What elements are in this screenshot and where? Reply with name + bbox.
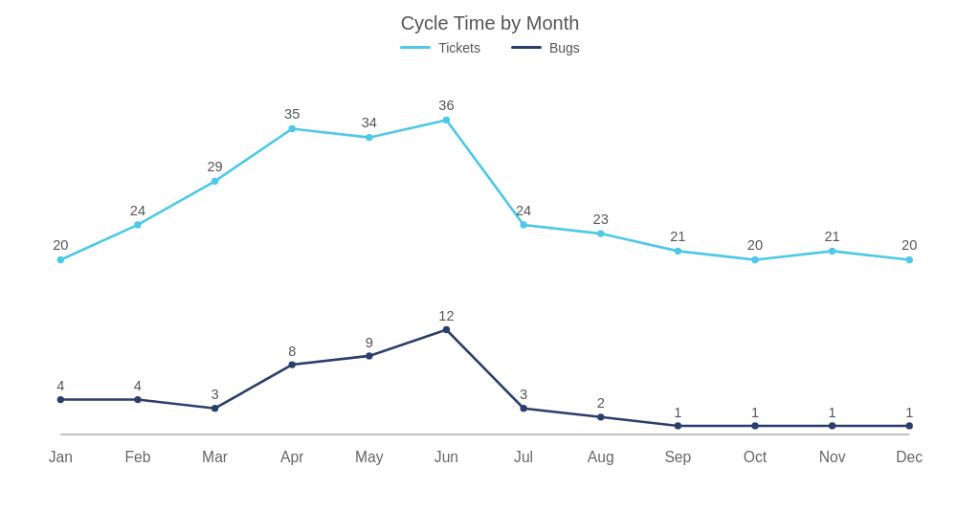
svg-point-39 <box>134 395 141 402</box>
svg-text:12: 12 <box>438 308 454 323</box>
svg-point-13 <box>57 256 64 262</box>
svg-text:36: 36 <box>438 97 454 112</box>
svg-point-15 <box>134 221 141 228</box>
svg-text:Oct: Oct <box>744 449 768 465</box>
legend-tickets-label: Tickets <box>438 40 480 56</box>
svg-text:20: 20 <box>902 237 917 253</box>
svg-text:4: 4 <box>56 378 64 393</box>
svg-point-37 <box>57 395 64 402</box>
svg-point-41 <box>212 405 218 412</box>
svg-point-33 <box>829 247 835 254</box>
svg-point-29 <box>675 247 681 254</box>
svg-point-25 <box>520 221 526 228</box>
chart-container: Cycle Time by Month Tickets Bugs JanFebM… <box>31 12 949 501</box>
svg-text:Jul: Jul <box>514 449 533 465</box>
svg-text:20: 20 <box>747 237 763 253</box>
legend-bugs-label: Bugs <box>549 40 580 56</box>
svg-point-55 <box>751 422 758 429</box>
svg-text:Jun: Jun <box>434 449 458 465</box>
svg-text:Dec: Dec <box>896 449 923 465</box>
svg-text:Sep: Sep <box>664 449 691 465</box>
svg-point-17 <box>212 177 218 184</box>
svg-point-45 <box>366 352 372 359</box>
svg-text:Nov: Nov <box>819 449 846 465</box>
svg-text:Aug: Aug <box>588 449 614 465</box>
svg-text:21: 21 <box>670 228 685 243</box>
svg-text:Apr: Apr <box>280 449 303 465</box>
svg-text:24: 24 <box>130 202 145 217</box>
svg-point-23 <box>443 116 450 122</box>
svg-point-21 <box>366 133 372 140</box>
svg-text:3: 3 <box>520 387 527 402</box>
svg-text:Jan: Jan <box>49 449 73 465</box>
svg-text:29: 29 <box>207 158 222 173</box>
svg-point-35 <box>906 256 913 262</box>
svg-text:1: 1 <box>674 404 681 419</box>
svg-text:Mar: Mar <box>202 449 228 465</box>
svg-text:May: May <box>355 449 384 465</box>
svg-point-27 <box>597 230 604 236</box>
svg-point-59 <box>906 422 913 429</box>
svg-point-19 <box>289 124 296 131</box>
svg-point-31 <box>751 256 758 262</box>
legend-bugs-line <box>511 46 542 49</box>
svg-text:23: 23 <box>593 211 609 226</box>
chart-legend: Tickets Bugs <box>31 40 949 56</box>
svg-point-43 <box>289 361 296 367</box>
svg-point-57 <box>829 422 835 429</box>
svg-text:Feb: Feb <box>124 449 150 465</box>
svg-text:20: 20 <box>53 237 68 253</box>
svg-text:8: 8 <box>288 343 296 358</box>
svg-text:21: 21 <box>825 228 840 243</box>
svg-text:3: 3 <box>212 387 219 402</box>
svg-point-51 <box>597 413 604 420</box>
svg-text:34: 34 <box>362 115 377 130</box>
legend-tickets: Tickets <box>400 40 480 56</box>
svg-point-47 <box>443 325 450 332</box>
svg-text:24: 24 <box>516 202 531 217</box>
svg-text:4: 4 <box>134 378 142 393</box>
legend-tickets-line <box>400 46 431 49</box>
svg-point-49 <box>520 405 526 412</box>
svg-text:35: 35 <box>284 106 300 122</box>
svg-text:9: 9 <box>366 334 373 349</box>
legend-bugs: Bugs <box>511 40 580 56</box>
svg-text:2: 2 <box>597 395 605 411</box>
svg-text:1: 1 <box>905 404 913 419</box>
chart-svg: JanFebMarAprMayJunJulAugSepOctNovDec2024… <box>31 65 949 484</box>
chart-title: Cycle Time by Month <box>31 12 949 34</box>
svg-text:1: 1 <box>751 404 759 419</box>
svg-text:1: 1 <box>829 404 836 419</box>
svg-point-53 <box>675 422 681 429</box>
